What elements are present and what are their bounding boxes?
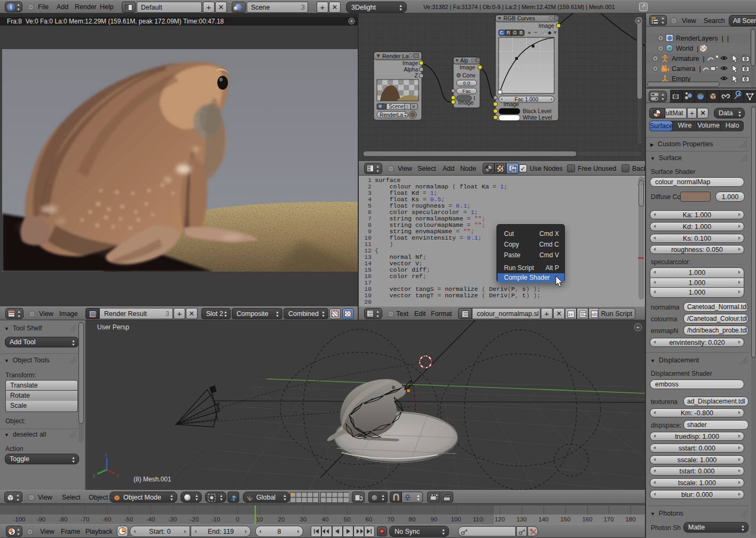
svg-text:20: 20 (278, 516, 285, 523)
svg-text:-90: -90 (37, 516, 46, 523)
svg-text:z: z (105, 452, 107, 457)
svg-text:0.0: 0.0 (463, 80, 470, 86)
svg-text:90: 90 (431, 516, 438, 523)
svg-text:B: B (519, 30, 523, 35)
svg-text:◆: ◆ (548, 30, 552, 35)
svg-text:3: 3 (406, 104, 408, 109)
svg-text:): ) (482, 516, 484, 523)
svg-text:-50: -50 (124, 516, 133, 523)
svg-text:-20: -20 (190, 516, 199, 523)
svg-text:G: G (513, 30, 517, 35)
svg-text:30: 30 (300, 516, 307, 523)
svg-text:Image: Image (503, 101, 519, 107)
svg-text:60: 60 (366, 516, 373, 523)
svg-text:🔧: 🔧 (541, 30, 547, 36)
svg-text:(8) Mesh.001: (8) Mesh.001 (133, 476, 171, 483)
svg-text:160: 160 (582, 516, 592, 523)
svg-text:C: C (500, 30, 503, 35)
svg-text:70: 70 (388, 516, 395, 523)
svg-text:180: 180 (625, 516, 635, 523)
svg-text:Scene: Scene (389, 104, 404, 109)
svg-text:-10: -10 (211, 516, 220, 523)
svg-text:-70: -70 (81, 516, 90, 523)
svg-text:Alp: Alp (460, 58, 468, 64)
svg-text:80: 80 (409, 516, 416, 523)
svg-text:-30: -30 (168, 516, 177, 523)
svg-text:Black Level: Black Level (523, 108, 552, 114)
svg-text:R: R (507, 30, 510, 35)
svg-text:RenderLa: RenderLa (380, 112, 403, 118)
svg-text:170: 170 (603, 516, 613, 523)
svg-text:40: 40 (322, 516, 329, 523)
svg-text:RGB Curves: RGB Curves (503, 15, 535, 21)
svg-text:100: 100 (451, 516, 461, 523)
svg-text:User Persp: User Persp (97, 323, 129, 331)
svg-text:Image: Image (460, 64, 475, 70)
svg-text:150: 150 (560, 516, 570, 523)
svg-text:Image: Image (458, 99, 474, 106)
svg-text:Image: Image (403, 60, 418, 66)
svg-text:130: 130 (516, 516, 526, 523)
svg-text:-60: -60 (103, 516, 112, 523)
svg-text:-80: -80 (59, 516, 68, 523)
svg-text:x: x (116, 473, 119, 478)
svg-text:10: 10 (256, 516, 263, 523)
svg-text:-40: -40 (146, 516, 155, 523)
svg-text:+: + (636, 324, 640, 330)
svg-text:Z: Z (415, 72, 419, 78)
svg-text:120: 120 (494, 516, 505, 523)
svg-text:140: 140 (538, 516, 548, 523)
svg-text:+: + (637, 18, 640, 24)
svg-text:110: 110 (473, 516, 483, 523)
svg-text:✕: ✕ (553, 30, 557, 35)
svg-text:Fac: Fac (462, 88, 471, 94)
svg-text:+: + (527, 29, 531, 36)
svg-text:White Level: White Level (523, 114, 552, 121)
svg-text:50: 50 (344, 516, 351, 523)
svg-text:-100: -100 (13, 516, 25, 523)
svg-text:Image: Image (539, 22, 554, 29)
svg-text:Conv: Conv (462, 72, 476, 78)
svg-text:✕: ✕ (412, 104, 416, 109)
svg-text:Render La: Render La (382, 53, 408, 59)
svg-text:I: I (474, 96, 475, 101)
svg-text:−: − (534, 29, 537, 35)
svg-text:0: 0 (236, 516, 239, 523)
svg-text:y: y (93, 473, 96, 478)
